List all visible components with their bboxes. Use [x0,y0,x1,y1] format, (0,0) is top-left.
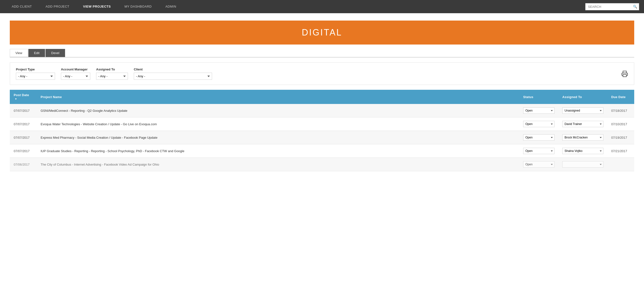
assigned-select[interactable]: Unassigned [562,108,604,114]
table-row: 07/07/2017Evoqua Water Technologies - We… [10,118,634,131]
assigned-select[interactable]: Shaina Vojtko [562,148,604,154]
cell-project-name: Evoqua Water Technologies - Website Crea… [37,118,519,131]
nav-add-project[interactable]: ADD PROJECT [39,0,76,13]
filter-panel: Project Type - Any - Account Manager - A… [10,62,634,85]
cell-assigned-to: David Trainer [558,118,607,131]
table-row: 07/07/2017IUP Graduate Studies - Reporti… [10,144,634,158]
project-type-filter: Project Type - Any - [16,68,55,80]
page-title: DIGITAL [10,28,634,38]
tab-bar: View Edit Devel [10,49,634,58]
project-type-label: Project Type [16,68,55,71]
status-select[interactable]: Open [523,148,554,154]
client-select[interactable]: - Any - [134,73,212,80]
cell-project-name: The City of Columbus - Internet Advertis… [37,158,519,171]
cell-assigned-to [558,158,607,171]
cell-status: Open [519,144,558,158]
status-select[interactable]: Open [523,161,554,168]
cell-status: Open [519,158,558,171]
status-select[interactable]: Open [523,108,554,114]
nav-my-dashboard[interactable]: MY DASHBOARD [118,0,158,13]
client-filter: Client - Any - [134,68,212,80]
cell-assigned-to: Unassigned [558,104,607,118]
cell-status: Open [519,131,558,144]
nav-view-projects[interactable]: VIEW PROJECTS [76,0,118,13]
table-row: 07/07/2017Express Med Pharmacy - Social … [10,131,634,144]
assigned-select[interactable]: Brock McCracken [562,134,604,141]
assigned-to-filter: Assigned To - Any - [96,68,128,80]
tab-edit[interactable]: Edit [28,49,45,57]
account-manager-label: Account Manager [61,68,90,71]
svg-rect-0 [623,74,626,76]
assigned-select[interactable] [562,161,604,168]
cell-status: Open [519,118,558,131]
col-project-name: Project Name [37,90,519,104]
cell-post-date: 07/07/2017 [10,104,37,118]
cell-post-date: 07/07/2017 [10,144,37,158]
tab-view[interactable]: View [10,49,28,57]
col-status: Status [519,90,558,104]
projects-table-container: Post Date ▼ Project Name Status Assigned… [10,90,634,171]
cell-project-name: GSNI/MediConnect - Reporting - Q2 Google… [37,104,519,118]
col-post-date[interactable]: Post Date ▼ [10,90,37,104]
cell-due-date [607,158,634,171]
sort-arrow-icon: ▼ [15,98,17,100]
search-icon: 🔍 [633,5,637,8]
assigned-to-select[interactable]: - Any - [96,73,128,80]
cell-project-name: IUP Graduate Studies - Reporting - Repor… [37,144,519,158]
status-select[interactable]: Open [523,121,554,127]
cell-status: Open [519,104,558,118]
assigned-to-label: Assigned To [96,68,128,71]
cell-due-date: 07/19/2017 [607,131,634,144]
table-row: 07/07/2017GSNI/MediConnect - Reporting -… [10,104,634,118]
cell-post-date: 07/07/2017 [10,131,37,144]
print-icon[interactable] [621,70,628,80]
table-row: 07/06/2017The City of Columbus - Interne… [10,158,634,171]
tab-devel[interactable]: Devel [46,49,65,57]
table-header-row: Post Date ▼ Project Name Status Assigned… [10,90,634,104]
assigned-select[interactable]: David Trainer [562,121,604,127]
page-header: DIGITAL [10,20,634,44]
nav-add-client[interactable]: ADD CLIENT [5,0,39,13]
cell-project-name: Express Med Pharmacy - Social Media Crea… [37,131,519,144]
cell-assigned-to: Brock McCracken [558,131,607,144]
cell-due-date: 07/18/2017 [607,104,634,118]
cell-post-date: 07/07/2017 [10,118,37,131]
projects-table: Post Date ▼ Project Name Status Assigned… [10,90,634,171]
cell-due-date: 07/21/2017 [607,144,634,158]
search-input[interactable] [585,3,639,10]
cell-post-date: 07/06/2017 [10,158,37,171]
account-manager-select[interactable]: - Any - [61,73,90,80]
nav-admin[interactable]: ADMIN [158,0,183,13]
col-due-date: Due Date [607,90,634,104]
project-type-select[interactable]: - Any - [16,73,55,80]
cell-due-date: 07/10/2017 [607,118,634,131]
search-container: 🔍 [585,3,639,10]
col-assigned-to: Assigned To [558,90,607,104]
status-select[interactable]: Open [523,134,554,141]
account-manager-filter: Account Manager - Any - [61,68,90,80]
navigation: ADD CLIENT ADD PROJECT VIEW PROJECTS MY … [0,0,644,13]
client-label: Client [134,68,212,71]
cell-assigned-to: Shaina Vojtko [558,144,607,158]
